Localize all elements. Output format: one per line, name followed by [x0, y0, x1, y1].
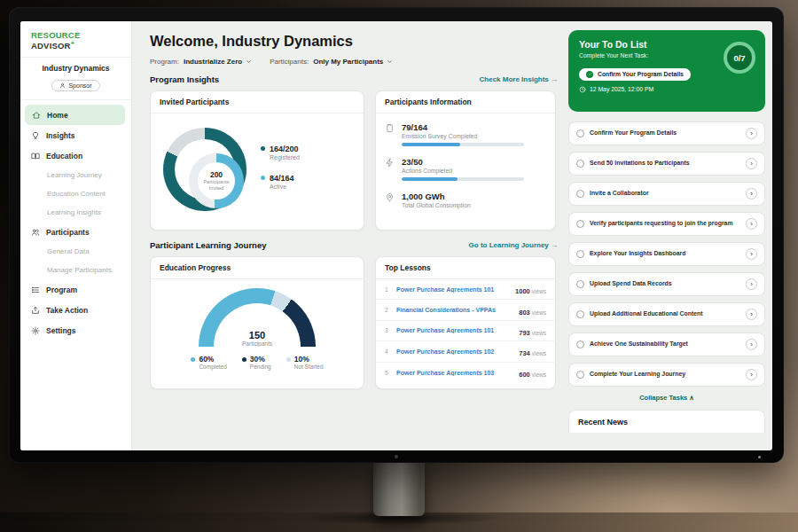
sidebar-item-insights[interactable]: Insights: [20, 125, 131, 145]
task-checkbox[interactable]: [576, 340, 584, 348]
sidebar-item-manage-participants[interactable]: Manage Participants: [20, 261, 131, 279]
program-filter: Program: Industrialize Zero: [150, 58, 252, 66]
task-row-explore-insights[interactable]: Explore Your Insights Dashboard ›: [568, 242, 765, 266]
chevron-right-icon[interactable]: ›: [746, 369, 757, 380]
program-dropdown[interactable]: Industrialize Zero: [184, 58, 252, 66]
go-to-learning-journey-link[interactable]: Go to Learning Journey →: [469, 241, 558, 249]
legend-dot: [261, 146, 265, 151]
task-row-upload-spend-data[interactable]: Upload Spend Data Records ›: [568, 272, 765, 296]
task-label: Confirm Your Program Details: [590, 129, 740, 137]
chevron-right-icon[interactable]: ›: [746, 248, 757, 260]
task-row-verify-participants[interactable]: Verify participants requesting to join t…: [568, 212, 765, 236]
sidebar-item-label: Learning Journey: [47, 171, 102, 179]
sidebar-item-label: Learning Insights: [47, 208, 101, 216]
program-dropdown-value: Industrialize Zero: [184, 58, 242, 66]
chevron-down-icon: [246, 59, 252, 65]
due-row: 12 May 2025, 12:00 PM: [579, 86, 755, 93]
legend-value: 60%: [199, 355, 214, 364]
task-checkbox[interactable]: [576, 371, 584, 379]
legend-label: Completed: [199, 364, 226, 370]
top-lessons-card: Top Lessons 1 Power Purchase Agreements …: [375, 256, 556, 389]
lesson-link[interactable]: Power Purchase Agreements 101: [396, 327, 512, 333]
book-icon: [31, 152, 40, 160]
logo-resource: RESOURCE: [31, 30, 80, 40]
chevron-right-icon[interactable]: ›: [746, 278, 757, 290]
task-row-complete-learning-journey[interactable]: Complete Your Learning Journey ›: [568, 363, 765, 387]
task-row-invite-collaborator[interactable]: Invite a Collaborator ›: [568, 182, 765, 206]
chevron-right-icon[interactable]: ›: [746, 339, 757, 350]
sidebar-item-general-data[interactable]: General Data: [20, 242, 131, 261]
todo-progress-value: 0/7: [733, 53, 745, 63]
task-row-achieve-target[interactable]: Achieve One Sustainability Target ›: [568, 332, 765, 356]
task-row-upload-educational-content[interactable]: Upload Additional Educational Content ›: [568, 302, 765, 326]
invited-legend: 164/200 Registered 84/164 Active: [261, 145, 300, 190]
stat-value: 1,000 GWh: [402, 192, 471, 201]
sidebar-item-take-action[interactable]: Take Action: [20, 300, 131, 320]
lesson-link[interactable]: Power Purchase Agreements 101: [396, 286, 509, 293]
chevron-right-icon[interactable]: ›: [746, 218, 757, 230]
lesson-link[interactable]: Power Purchase Agreements 102: [396, 348, 512, 355]
account-name: Industry Dynamics: [26, 64, 126, 73]
lesson-rank: 3: [385, 327, 390, 333]
invited-donut-outer-ring: 200 Participants Invited: [163, 128, 246, 211]
task-checkbox[interactable]: [576, 280, 584, 288]
task-checkbox[interactable]: [576, 129, 584, 137]
sidebar-item-program[interactable]: Program: [20, 279, 131, 300]
lesson-link[interactable]: Power Purchase Agreements 103: [396, 370, 512, 376]
lessons-list: 1 Power Purchase Agreements 101 1000view…: [376, 279, 555, 383]
lesson-rank: 5: [385, 370, 390, 376]
check-more-insights-link[interactable]: Check More Insights →: [480, 75, 558, 83]
task-row-send-invitations[interactable]: Send 50 Invitations to Participants ›: [568, 152, 765, 176]
due-date: 12 May 2025, 12:00 PM: [590, 86, 653, 92]
recent-news-title: Recent News: [578, 418, 755, 426]
participants-dropdown[interactable]: Only My Participants: [313, 58, 393, 66]
chevron-right-icon[interactable]: ›: [746, 158, 757, 169]
sidebar-item-learning-journey[interactable]: Learning Journey: [20, 166, 131, 184]
chevron-right-icon[interactable]: ›: [746, 309, 757, 320]
sidebar-item-participants[interactable]: Participants: [20, 222, 131, 242]
consumption-row: 1,000 GWh Total Global Consumption: [385, 192, 546, 212]
lesson-row: 5 Power Purchase Agreements 103 600views: [376, 363, 555, 383]
task-row-confirm-program[interactable]: Confirm Your Program Details ›: [568, 121, 765, 145]
task-label: Invite a Collaborator: [590, 190, 740, 198]
task-checkbox[interactable]: [576, 250, 584, 258]
task-checkbox[interactable]: [576, 310, 584, 318]
app-logo: RESOURCE ADVISOR+: [20, 21, 131, 58]
legend-completed: 60% Completed: [191, 355, 226, 370]
task-label: Achieve One Sustainability Target: [590, 340, 740, 348]
legend-label: Pending: [250, 364, 271, 370]
invited-donut-inner-ring: 200 Participants Invited: [189, 153, 244, 208]
card-title: Participants Information: [376, 91, 555, 113]
legend-dot: [191, 357, 195, 362]
task-checkbox[interactable]: [576, 190, 584, 198]
section-title: Participant Learning Journey: [150, 240, 266, 250]
education-gauge-chart: 150 Participants: [199, 288, 316, 347]
next-task-chip[interactable]: Confirm Your Program Details: [579, 68, 691, 81]
sidebar-item-learning-insights[interactable]: Learning Insights: [20, 203, 131, 222]
sponsor-badge[interactable]: Sponsor: [51, 80, 99, 91]
task-label: Explore Your Insights Dashboard: [590, 250, 740, 258]
recent-news-card: Recent News: [568, 410, 765, 433]
sponsor-badge-label: Sponsor: [68, 82, 91, 89]
sidebar-item-home[interactable]: Home: [25, 105, 125, 125]
todo-progress-ring: 0/7: [724, 42, 755, 74]
lesson-row: 2 Financial Considerations - VPPAs 803vi…: [376, 300, 555, 320]
chevron-right-icon[interactable]: ›: [746, 128, 757, 139]
task-checkbox[interactable]: [576, 220, 584, 228]
sidebar-item-settings[interactable]: Settings: [20, 320, 131, 340]
sidebar-item-label: Participants: [46, 228, 90, 237]
legend-dot: [261, 176, 265, 180]
section-title: Program Insights: [150, 74, 219, 84]
gauge-center-label: Participants: [199, 340, 316, 347]
bolt-icon: [385, 158, 395, 168]
donut-center-value: 200: [210, 170, 223, 179]
collapse-tasks-link[interactable]: Collapse Tasks ∧: [568, 394, 765, 402]
chevron-right-icon[interactable]: ›: [746, 188, 757, 200]
sidebar-item-education[interactable]: Education: [20, 145, 131, 166]
filters-row: Program: Industrialize Zero Participants…: [150, 58, 558, 66]
invited-participants-card: Invited Participants 200 Participants In…: [150, 90, 364, 231]
task-checkbox[interactable]: [576, 160, 584, 168]
sidebar-item-education-content[interactable]: Education Content: [20, 184, 131, 203]
learning-journey-header: Participant Learning Journey Go to Learn…: [150, 240, 558, 250]
lesson-link[interactable]: Financial Considerations - VPPAs: [396, 307, 512, 313]
